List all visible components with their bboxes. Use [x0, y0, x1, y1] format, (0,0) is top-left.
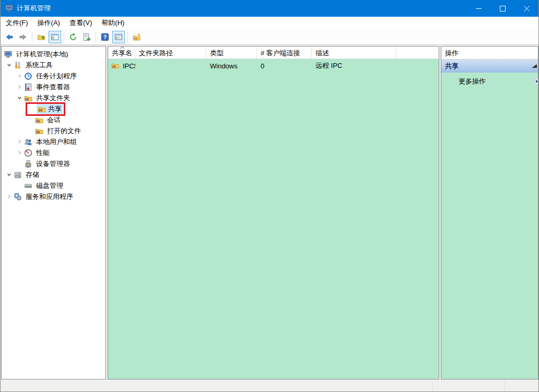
statusbar-divider: [505, 381, 505, 390]
column-header-description[interactable]: 描述: [312, 46, 396, 58]
computer-management-window: 计算机管理 文件(F) 操作(A) 查看(V) 帮助(H): [0, 0, 539, 392]
chevron-right-icon[interactable]: [15, 138, 24, 146]
local-users-icon: [24, 138, 32, 146]
svg-text:?: ?: [103, 34, 107, 40]
column-header-folder-path[interactable]: 文件夹路径: [135, 46, 206, 58]
chevron-down-icon[interactable]: [4, 62, 14, 69]
show-action-pane-icon[interactable]: [112, 31, 125, 43]
storage-icon: [14, 171, 22, 179]
tree-item-label: 事件查看器: [34, 82, 72, 92]
device-manager-icon: [24, 160, 32, 168]
tree-item-label: 计算机管理(本地): [15, 49, 70, 60]
chevron-down-icon[interactable]: [15, 94, 24, 102]
tree-item-shares[interactable]: 共享: [2, 103, 106, 114]
computer-icon: [4, 50, 13, 58]
menu-action[interactable]: 操作(A): [33, 17, 65, 29]
close-button[interactable]: [514, 0, 538, 17]
workspace: 计算机管理(本地) 系统工具 任务计划程序 事件查看器 共享文件夹: [1, 45, 538, 380]
column-header-share-name[interactable]: 共享名: [108, 46, 135, 58]
shared-folder-icon: [35, 127, 43, 135]
minimize-button[interactable]: [466, 0, 490, 17]
tree-item-task-scheduler[interactable]: 任务计划程序: [2, 70, 106, 81]
table-row-ipc-share[interactable]: IPC$ Windows 0 远程 IPC: [108, 59, 439, 73]
export-list-icon[interactable]: [80, 31, 93, 43]
console-tree-panel: 计算机管理(本地) 系统工具 任务计划程序 事件查看器 共享文件夹: [1, 46, 106, 379]
chevron-right-icon[interactable]: [4, 193, 14, 200]
tree-item-label: 磁盘管理: [34, 181, 65, 191]
tree-item-label: 服务和应用程序: [24, 192, 75, 202]
tree-item-system-tools[interactable]: 系统工具: [2, 60, 106, 70]
tree-item-label: 本地用户和组: [34, 137, 78, 147]
statusbar-divider: [432, 381, 433, 390]
menu-file[interactable]: 文件(F): [1, 17, 33, 29]
list-body: IPC$ Windows 0 远程 IPC: [108, 59, 439, 379]
tree-item-event-viewer[interactable]: 事件查看器: [2, 81, 106, 92]
tree-item-disk-management[interactable]: 磁盘管理: [2, 180, 106, 191]
tree-item-label: 会话: [45, 115, 62, 125]
tree-item-performance[interactable]: 性能: [2, 147, 106, 158]
column-header-empty: [396, 46, 439, 58]
selected-tree-item[interactable]: 共享: [37, 104, 63, 114]
shared-folder-icon: [24, 94, 32, 102]
chevron-placeholder: [15, 160, 24, 168]
computer-management-app-icon: [5, 4, 14, 13]
help-icon[interactable]: ?: [99, 31, 111, 43]
toolbar: ?: [1, 29, 538, 45]
tree-item-label: 性能: [34, 148, 51, 158]
actions-pane: 操作 共享 更多操作: [441, 46, 538, 379]
tree-item-open-files[interactable]: 打开的文件: [2, 125, 106, 136]
more-actions-item[interactable]: 更多操作: [441, 77, 538, 86]
menubar: 文件(F) 操作(A) 查看(V) 帮助(H): [1, 17, 538, 29]
maximize-button[interactable]: [490, 0, 514, 17]
chevron-placeholder: [26, 116, 35, 124]
window-title: 计算机管理: [17, 4, 51, 13]
toolbar-separator: [127, 32, 128, 42]
collapse-section-icon[interactable]: [531, 64, 537, 68]
tree-item-device-manager[interactable]: 设备管理器: [2, 158, 106, 169]
titlebar: 计算机管理: [1, 0, 538, 17]
tree-item-local-users-groups[interactable]: 本地用户和组: [2, 136, 106, 147]
chevron-right-icon[interactable]: [15, 149, 24, 157]
show-console-tree-icon[interactable]: [49, 31, 61, 43]
new-share-icon[interactable]: [131, 31, 143, 43]
actions-section-label: 共享: [445, 62, 459, 71]
shared-folder-icon: [35, 116, 43, 124]
shared-folder-icon: [38, 105, 46, 113]
menu-view[interactable]: 查看(V): [65, 17, 97, 29]
cell-share-name: IPC$: [108, 62, 135, 70]
column-header-type[interactable]: 类型: [206, 46, 257, 58]
chevron-placeholder: [26, 127, 35, 135]
chevron-right-icon[interactable]: [15, 84, 24, 91]
performance-icon: [24, 149, 32, 157]
refresh-icon[interactable]: [67, 31, 79, 43]
more-actions-arrow-icon[interactable]: [534, 78, 538, 85]
tree-item-computer-management[interactable]: 计算机管理(本地): [2, 49, 106, 60]
sort-ascending-icon: [120, 46, 125, 49]
disk-management-icon: [24, 182, 32, 190]
up-one-level-icon[interactable]: [35, 31, 48, 43]
system-tools-icon: [14, 61, 22, 69]
event-viewer-icon: [24, 83, 32, 91]
tree-item-label: 共享: [48, 104, 62, 114]
statusbar: [1, 380, 538, 391]
back-icon[interactable]: [3, 31, 16, 43]
tree-item-services-applications[interactable]: 服务和应用程序: [2, 191, 106, 202]
column-header-client-connections[interactable]: # 客户端连接: [257, 46, 312, 58]
chevron-placeholder: [15, 182, 24, 189]
chevron-down-icon[interactable]: [4, 171, 14, 179]
list-header: 共享名 文件夹路径 类型 # 客户端连接 描述: [108, 46, 439, 59]
chevron-right-icon[interactable]: [15, 73, 24, 80]
tree-item-storage[interactable]: 存储: [2, 169, 106, 180]
tree-item-label: 系统工具: [24, 60, 54, 70]
tree-item-label: 存储: [24, 170, 41, 180]
forward-icon[interactable]: [17, 31, 29, 43]
tree-item-label: 设备管理器: [34, 159, 72, 169]
actions-body: 更多操作: [441, 73, 538, 379]
services-icon: [14, 193, 22, 201]
tree-item-label: 任务计划程序: [34, 71, 78, 81]
menu-help[interactable]: 帮助(H): [97, 17, 129, 29]
tree-item-sessions[interactable]: 会话: [2, 114, 106, 125]
cell-client-connections: 0: [257, 62, 312, 70]
actions-section-header[interactable]: 共享: [441, 60, 538, 73]
cell-type: Windows: [206, 62, 257, 70]
